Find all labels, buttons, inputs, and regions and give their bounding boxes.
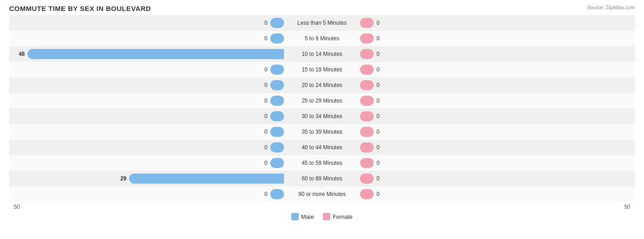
- row-label: Less than 5 Minutes: [284, 20, 360, 26]
- row-label: 20 to 24 Minutes: [284, 82, 360, 88]
- right-section: 0: [360, 15, 635, 31]
- female-zero-pill: [360, 80, 374, 90]
- legend: Male Female: [9, 213, 635, 220]
- female-value-label: 0: [377, 98, 380, 104]
- left-section: 0: [9, 62, 284, 77]
- male-zero-pill: [270, 96, 284, 106]
- right-section: 0: [360, 46, 635, 62]
- row-label: 25 to 29 Minutes: [284, 98, 360, 104]
- female-zero-pill: [360, 127, 374, 137]
- row-label: 45 to 59 Minutes: [284, 160, 360, 166]
- female-label: Female: [333, 213, 352, 220]
- chart-row: 015 to 19 Minutes0: [9, 62, 635, 77]
- female-value-label: 0: [377, 191, 380, 197]
- row-label: 15 to 19 Minutes: [284, 66, 360, 73]
- male-bar: [27, 49, 284, 59]
- axis-center-spacer: [285, 204, 359, 210]
- row-label: 30 to 34 Minutes: [284, 113, 360, 120]
- male-value-label: 0: [264, 191, 267, 197]
- male-zero-pill: [270, 80, 284, 90]
- row-label: 60 to 89 Minutes: [284, 175, 360, 182]
- right-section: 0: [360, 31, 635, 46]
- left-section: 0: [9, 31, 284, 46]
- right-section: 0: [360, 155, 635, 171]
- male-label: Male: [301, 213, 314, 220]
- right-section: 0: [360, 109, 635, 124]
- female-value-label: 0: [377, 20, 380, 26]
- male-bar: [129, 174, 284, 184]
- female-swatch: [323, 213, 330, 220]
- chart-row: 2960 to 89 Minutes0: [9, 171, 635, 186]
- row-label: 90 or more Minutes: [284, 191, 360, 197]
- male-value-label: 0: [264, 20, 267, 26]
- row-label: 10 to 14 Minutes: [284, 51, 360, 57]
- male-value-label: 0: [264, 113, 267, 120]
- female-value-label: 0: [377, 35, 380, 42]
- female-value-label: 0: [377, 144, 380, 151]
- axis-right: 50: [359, 204, 635, 210]
- female-value-label: 0: [377, 51, 380, 57]
- chart-row: 030 to 34 Minutes0: [9, 109, 635, 124]
- left-section: 0: [9, 77, 284, 93]
- right-section: 0: [360, 124, 635, 140]
- left-section: 0: [9, 93, 284, 109]
- female-zero-pill: [360, 18, 374, 28]
- female-value-label: 0: [377, 129, 380, 135]
- male-zero-pill: [270, 18, 284, 28]
- legend-male: Male: [291, 213, 314, 220]
- female-zero-pill: [360, 111, 374, 121]
- axis-left: 50: [9, 204, 285, 210]
- female-zero-pill: [360, 189, 374, 199]
- axis-row: 50 50: [9, 204, 635, 210]
- chart-row: 020 to 24 Minutes0: [9, 77, 635, 93]
- female-zero-pill: [360, 49, 374, 59]
- male-value-label: 29: [120, 175, 126, 182]
- chart-row: 090 or more Minutes0: [9, 186, 635, 202]
- left-section: 0: [9, 140, 284, 155]
- female-zero-pill: [360, 142, 374, 152]
- male-zero-pill: [270, 33, 284, 43]
- male-value-label: 0: [264, 144, 267, 151]
- chart-row: 05 to 9 Minutes0: [9, 31, 635, 46]
- right-section: 0: [360, 77, 635, 93]
- male-value-label: 48: [19, 51, 25, 57]
- male-zero-pill: [270, 111, 284, 121]
- male-swatch: [291, 213, 299, 220]
- female-value-label: 0: [377, 82, 380, 88]
- chart-row: 040 to 44 Minutes0: [9, 140, 635, 155]
- chart-row: 045 to 59 Minutes0: [9, 155, 635, 171]
- male-value-label: 0: [264, 160, 267, 166]
- female-zero-pill: [360, 96, 374, 106]
- male-zero-pill: [270, 189, 284, 199]
- left-section: 0: [9, 155, 284, 171]
- male-value-label: 0: [264, 35, 267, 42]
- female-value-label: 0: [377, 160, 380, 166]
- left-section: 29: [9, 171, 284, 186]
- left-section: 0: [9, 186, 284, 202]
- row-label: 5 to 9 Minutes: [284, 35, 360, 42]
- male-zero-pill: [270, 65, 284, 75]
- right-section: 0: [360, 62, 635, 77]
- male-value-label: 0: [264, 98, 267, 104]
- female-value-label: 0: [377, 175, 380, 182]
- chart-title: COMMUTE TIME BY SEX IN BOULEVARD: [9, 5, 635, 12]
- chart-row: 025 to 29 Minutes0: [9, 93, 635, 109]
- chart-row: 0Less than 5 Minutes0: [9, 15, 635, 31]
- female-zero-pill: [360, 33, 374, 43]
- chart-row: 4810 to 14 Minutes0: [9, 46, 635, 62]
- female-zero-pill: [360, 158, 374, 168]
- right-section: 0: [360, 171, 635, 186]
- female-value-label: 0: [377, 66, 380, 73]
- male-zero-pill: [270, 142, 284, 152]
- right-section: 0: [360, 140, 635, 155]
- row-label: 40 to 44 Minutes: [284, 144, 360, 151]
- source-text: Source: ZipAtlas.com: [587, 5, 635, 10]
- female-zero-pill: [360, 65, 374, 75]
- left-section: 0: [9, 124, 284, 140]
- male-zero-pill: [270, 127, 284, 137]
- legend-female: Female: [323, 213, 352, 220]
- right-section: 0: [360, 93, 635, 109]
- right-section: 0: [360, 186, 635, 202]
- male-zero-pill: [270, 158, 284, 168]
- left-section: 48: [9, 46, 284, 62]
